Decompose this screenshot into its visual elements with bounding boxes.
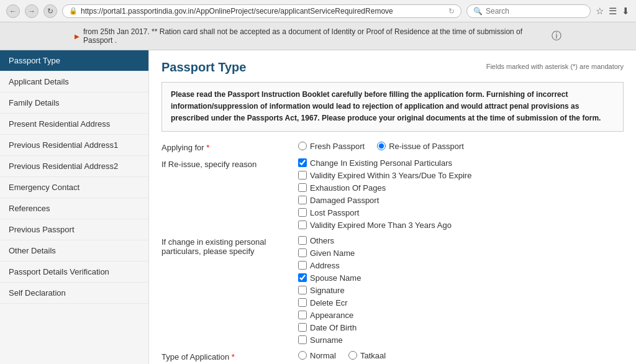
- menu-icon[interactable]: ☰: [609, 6, 617, 17]
- sidebar-item-prev-residential2[interactable]: Previous Residential Address2: [0, 156, 148, 177]
- reissue-checkbox-group: Change In Existing Personal Particulars …: [298, 158, 624, 230]
- cb-dob[interactable]: [298, 323, 307, 332]
- sidebar-item-self-declaration[interactable]: Self Declaration: [0, 283, 148, 304]
- lock-icon: 🔒: [69, 7, 78, 15]
- change-particulars-label: If change in existing personal particula…: [161, 236, 286, 256]
- fresh-passport-radio[interactable]: [298, 142, 307, 150]
- applying-for-row: Applying for * Fresh Passport Re-issue o…: [161, 142, 624, 152]
- fresh-passport-option[interactable]: Fresh Passport: [298, 142, 365, 151]
- normal-option[interactable]: Normal: [298, 351, 336, 360]
- change-particulars-controls: Others Given Name Address Spouse Name: [298, 236, 624, 345]
- reason-lost[interactable]: Lost Passport: [298, 208, 624, 217]
- sidebar: Passport Type Applicant Details Family D…: [0, 50, 149, 364]
- sidebar-item-other-details[interactable]: Other Details: [0, 240, 148, 262]
- sidebar-item-emergency-contact[interactable]: Emergency Contact: [0, 177, 148, 198]
- change-given-name[interactable]: Given Name: [298, 248, 624, 258]
- cb-given-name[interactable]: [298, 248, 307, 257]
- tatkaal-option[interactable]: Tatkaal: [348, 351, 386, 360]
- change-delete-ecr[interactable]: Delete Ecr: [298, 298, 624, 307]
- refresh-button[interactable]: ↻: [43, 4, 57, 18]
- sidebar-item-family-details[interactable]: Family Details: [0, 93, 148, 114]
- notification-bar: ▶ from 25th Jan 2017. ** Ration card sha…: [0, 22, 636, 50]
- type-of-application-row: Type of Application * Normal Tatkaal: [161, 351, 624, 362]
- content-area: Passport Type Fields marked with asteris…: [149, 50, 636, 364]
- page-title: Passport Type: [161, 60, 246, 75]
- search-bar[interactable]: 🔍: [466, 4, 591, 18]
- cb-spouse-name[interactable]: [298, 273, 307, 282]
- triangle-icon: ▶: [75, 33, 80, 40]
- main-container: Passport Type Applicant Details Family D…: [0, 50, 636, 364]
- applying-for-label: Applying for *: [161, 142, 286, 152]
- change-spouse-name[interactable]: Spouse Name: [298, 273, 624, 283]
- notification-text: from 25th Jan 2017. ** Ration card shall…: [83, 27, 548, 45]
- reason-validity-3yr[interactable]: Validity Expired Within 3 Years/Due To E…: [298, 171, 624, 180]
- normal-radio[interactable]: [298, 351, 307, 360]
- change-address[interactable]: Address: [298, 261, 624, 270]
- type-of-application-label: Type of Application *: [161, 351, 286, 362]
- change-dob[interactable]: Date Of Birth: [298, 323, 624, 332]
- info-box: Please read the Passport Instruction Boo…: [161, 82, 624, 132]
- cb-change-particulars[interactable]: [298, 158, 307, 167]
- reissue-passport-radio[interactable]: [377, 142, 386, 150]
- browser-bar: ← → ↻ 🔒 https://portal1.passportindia.go…: [0, 0, 636, 22]
- sidebar-item-passport-type[interactable]: Passport Type: [0, 50, 148, 71]
- type-of-application-controls: Normal Tatkaal: [298, 351, 624, 360]
- back-button[interactable]: ←: [6, 4, 20, 18]
- sidebar-item-previous-passport[interactable]: Previous Passport: [0, 219, 148, 240]
- cb-exhaustion-pages[interactable]: [298, 183, 307, 192]
- search-icon: 🔍: [473, 7, 483, 16]
- change-signature[interactable]: Signature: [298, 286, 624, 295]
- reissue-reason-controls: Change In Existing Personal Particulars …: [298, 158, 624, 230]
- sidebar-item-references[interactable]: References: [0, 198, 148, 219]
- applying-for-controls: Fresh Passport Re-issue of Passport: [298, 142, 624, 151]
- cb-others[interactable]: [298, 236, 307, 245]
- mandatory-note: Fields marked with asterisk (*) are mand…: [486, 63, 624, 70]
- applying-for-radio-group: Fresh Passport Re-issue of Passport: [298, 142, 624, 151]
- star-icon[interactable]: ☆: [596, 6, 604, 17]
- reason-exhaustion-pages[interactable]: Exhaustion Of Pages: [298, 183, 624, 193]
- reason-validity-3yr-plus[interactable]: Validity Expired More Than 3 Years Ago: [298, 221, 624, 230]
- reason-change-particulars[interactable]: Change In Existing Personal Particulars: [298, 158, 624, 168]
- info-icon: ⓘ: [552, 30, 561, 43]
- info-text: Please read the Passport Instruction Boo…: [171, 90, 601, 122]
- change-surname[interactable]: Surname: [298, 335, 624, 345]
- cb-damaged[interactable]: [298, 196, 307, 204]
- cb-signature[interactable]: [298, 286, 307, 294]
- cb-address[interactable]: [298, 261, 307, 270]
- cb-validity-3yr-plus[interactable]: [298, 221, 307, 229]
- sidebar-item-present-residential[interactable]: Present Residential Address: [0, 114, 148, 135]
- change-particulars-row: If change in existing personal particula…: [161, 236, 624, 345]
- search-input[interactable]: [486, 7, 584, 16]
- cb-appearance[interactable]: [298, 311, 307, 319]
- type-of-application-radio-group: Normal Tatkaal: [298, 351, 624, 360]
- required-marker-app: *: [232, 352, 235, 362]
- required-marker: *: [206, 143, 209, 152]
- refresh-url-icon: ↻: [448, 7, 455, 16]
- url-text: https://portal1.passportindia.gov.in/App…: [81, 7, 393, 16]
- tatkaal-radio[interactable]: [348, 351, 357, 360]
- cb-delete-ecr[interactable]: [298, 298, 307, 307]
- reissue-passport-option[interactable]: Re-issue of Passport: [377, 142, 464, 151]
- reason-damaged[interactable]: Damaged Passport: [298, 196, 624, 205]
- download-icon[interactable]: ⬇: [622, 6, 630, 17]
- change-appearance[interactable]: Appearance: [298, 311, 624, 320]
- cb-surname[interactable]: [298, 335, 307, 344]
- url-bar[interactable]: 🔒 https://portal1.passportindia.gov.in/A…: [62, 4, 461, 18]
- sidebar-item-applicant-details[interactable]: Applicant Details: [0, 71, 148, 93]
- forward-button[interactable]: →: [25, 4, 39, 18]
- reissue-reason-row: If Re-issue, specify reason Change In Ex…: [161, 158, 624, 230]
- cb-lost[interactable]: [298, 208, 307, 217]
- change-others[interactable]: Others: [298, 236, 624, 245]
- sidebar-item-prev-residential1[interactable]: Previous Residential Address1: [0, 135, 148, 156]
- sidebar-item-passport-verification[interactable]: Passport Details Verification: [0, 262, 148, 283]
- cb-validity-3yr[interactable]: [298, 171, 307, 180]
- browser-icons: ☆ ☰ ⬇: [596, 6, 630, 17]
- change-checkbox-group: Others Given Name Address Spouse Name: [298, 236, 624, 345]
- reissue-reason-label: If Re-issue, specify reason: [161, 158, 286, 169]
